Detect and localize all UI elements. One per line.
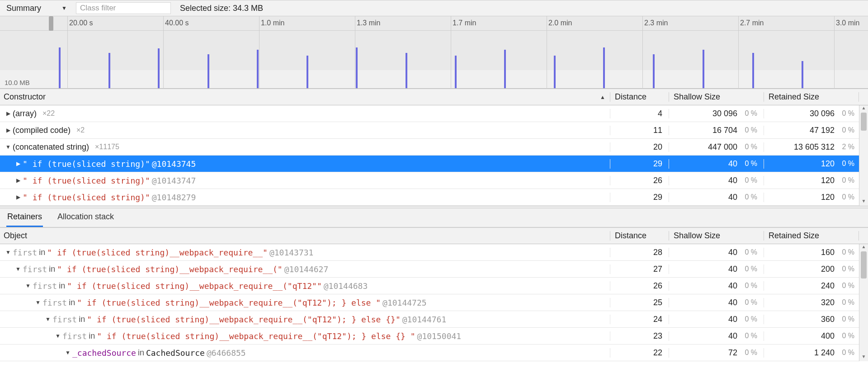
table-row[interactable]: ▶" if (true(sliced string)" @10148279294… <box>0 189 859 206</box>
timeline-tick-label: 2.0 min <box>548 19 572 27</box>
allocation-bar[interactable] <box>356 47 358 88</box>
selected-size-label: Selected size: 34.3 MB <box>180 4 263 13</box>
timeline-tick-label: 20.00 s <box>69 19 93 27</box>
object-cell: ▼first in " if (true(sliced string)__web… <box>0 331 610 341</box>
object-cell: ▼first in " if (true(sliced string)__web… <box>0 315 610 324</box>
timeline-tick <box>163 16 164 89</box>
timeline-tick-label: 1.3 min <box>357 19 380 27</box>
allocation-bar[interactable] <box>603 47 605 88</box>
disclosure-closed-icon[interactable]: ▶ <box>5 110 11 117</box>
table-row[interactable]: ▶" if (true(sliced string)" @10143745294… <box>0 156 859 172</box>
allocation-bar[interactable] <box>307 56 308 88</box>
constructor-cell: ▶" if (true(sliced string)" @10143745 <box>0 159 610 169</box>
disclosure-open-icon[interactable]: ▼ <box>65 349 71 356</box>
retainers-tabs: Retainers Allocation stack <box>0 208 868 227</box>
sort-asc-icon: ▲ <box>600 94 605 100</box>
constructors-header-row: Constructor ▲ Distance Shallow Size Reta… <box>0 89 868 105</box>
timeline-ruler: 20.00 s40.00 s1.0 min1.3 min1.7 min2.0 m… <box>0 16 868 31</box>
timeline-tick-label: 40.00 s <box>165 19 189 27</box>
timeline-tick <box>355 16 355 89</box>
timeline-tick <box>67 16 68 89</box>
disclosure-open-icon[interactable]: ▼ <box>15 266 21 272</box>
disclosure-closed-icon[interactable]: ▶ <box>15 161 21 167</box>
allocation-bar[interactable] <box>257 50 259 88</box>
constructor-cell: ▶" if (true(sliced string)" @10143747 <box>0 176 610 185</box>
object-cell: ▼_cachedSource in CachedSource @6466855 <box>0 348 610 358</box>
header-distance[interactable]: Distance <box>610 92 669 102</box>
object-cell: ▼first in " if (true(sliced string)__web… <box>0 248 610 257</box>
object-cell: ▼first in " if (true(sliced string)__web… <box>0 264 610 274</box>
disclosure-open-icon[interactable]: ▼ <box>35 299 41 306</box>
scrollbar[interactable]: ▲▼ <box>859 244 868 361</box>
header-distance[interactable]: Distance <box>610 231 669 241</box>
disclosure-open-icon[interactable]: ▼ <box>45 316 51 322</box>
timeline-tick <box>738 16 739 89</box>
disclosure-open-icon[interactable]: ▼ <box>55 333 61 339</box>
allocation-bar[interactable] <box>108 53 110 88</box>
tab-allocation-stack[interactable]: Allocation stack <box>57 208 115 227</box>
table-row[interactable]: ▼first in " if (true(sliced string)__web… <box>0 278 859 294</box>
allocation-bar[interactable] <box>455 56 457 88</box>
disclosure-closed-icon[interactable]: ▶ <box>15 194 21 200</box>
timeline-tick <box>451 16 451 89</box>
scrollbar[interactable]: ▲▼ <box>859 105 868 206</box>
disclosure-open-icon[interactable]: ▼ <box>5 249 11 255</box>
allocation-bar[interactable] <box>59 47 61 88</box>
table-row[interactable]: ▼_cachedSource in CachedSource @64668552… <box>0 345 859 361</box>
header-shallow-size[interactable]: Shallow Size <box>669 231 764 241</box>
table-row[interactable]: ▼first in " if (true(sliced string)__web… <box>0 328 859 345</box>
timeline-y-label: 10.0 MB <box>5 79 30 86</box>
table-row[interactable]: ▶" if (true(sliced string)" @10143747264… <box>0 172 859 189</box>
allocation-bar[interactable] <box>208 54 209 88</box>
header-shallow-size[interactable]: Shallow Size <box>669 92 764 102</box>
allocation-bar[interactable] <box>406 53 407 88</box>
class-filter-input[interactable]: Class filter <box>76 2 171 14</box>
constructor-cell: ▶(array) ×22 <box>0 109 610 118</box>
object-cell: ▼first in " if (true(sliced string)__web… <box>0 281 610 291</box>
table-row[interactable]: ▼(concatenated string) ×1117520447 0000 … <box>0 139 859 156</box>
timeline-tick-label: 2.7 min <box>740 19 764 27</box>
header-constructor[interactable]: Constructor ▲ <box>0 92 610 102</box>
timeline-selection-handle[interactable] <box>49 16 53 31</box>
disclosure-open-icon[interactable]: ▼ <box>5 144 11 150</box>
timeline-tick-label: 3.0 min <box>836 19 859 27</box>
timeline-tick-label: 1.7 min <box>453 19 476 27</box>
tab-retainers[interactable]: Retainers <box>6 208 43 227</box>
table-row[interactable]: ▶(array) ×22430 0960 %30 0960 % <box>0 105 859 122</box>
table-row[interactable]: ▶(compiled code) ×21116 7040 %47 1920 % <box>0 122 859 139</box>
table-row[interactable]: ▼first in " if (true(sliced string)__web… <box>0 311 859 328</box>
allocation-bar[interactable] <box>802 61 803 88</box>
retainers-table: Object Distance Shallow Size Retained Si… <box>0 227 868 361</box>
allocation-bar[interactable] <box>158 48 160 88</box>
view-mode-dropdown[interactable]: Summary ▼ <box>4 4 70 13</box>
constructor-cell: ▶" if (true(sliced string)" @10148279 <box>0 193 610 202</box>
allocation-bar[interactable] <box>752 53 754 88</box>
disclosure-closed-icon[interactable]: ▶ <box>5 127 11 133</box>
table-row[interactable]: ▼first in " if (true(sliced string)__web… <box>0 294 859 311</box>
timeline-tick <box>834 16 835 89</box>
table-row[interactable]: ▼first in " if (true(sliced string)__web… <box>0 261 859 278</box>
chevron-down-icon: ▼ <box>61 5 67 11</box>
allocation-bar[interactable] <box>504 50 506 88</box>
disclosure-closed-icon[interactable]: ▶ <box>15 177 21 184</box>
view-mode-label: Summary <box>6 4 41 13</box>
object-cell: ▼first in " if (true(sliced string)__web… <box>0 298 610 307</box>
allocation-bar[interactable] <box>653 54 655 88</box>
header-retained-size[interactable]: Retained Size <box>764 231 859 241</box>
timeline-body[interactable]: 10.0 MB <box>0 31 868 88</box>
constructors-table: Constructor ▲ Distance Shallow Size Reta… <box>0 89 868 206</box>
timeline-baseline <box>0 70 868 88</box>
allocation-bar[interactable] <box>554 56 556 88</box>
timeline-tick <box>259 16 259 89</box>
table-row[interactable]: ▼first in " if (true(sliced string)__web… <box>0 244 859 261</box>
disclosure-open-icon[interactable]: ▼ <box>25 283 31 289</box>
allocation-bar[interactable] <box>703 50 704 88</box>
timeline-tick <box>547 16 547 89</box>
header-retained-size[interactable]: Retained Size <box>764 92 859 102</box>
timeline-tick-label: 2.3 min <box>644 19 668 27</box>
retainers-header-row: Object Distance Shallow Size Retained Si… <box>0 227 868 244</box>
allocation-timeline[interactable]: 20.00 s40.00 s1.0 min1.3 min1.7 min2.0 m… <box>0 16 868 89</box>
constructor-cell: ▼(concatenated string) ×11175 <box>0 142 610 152</box>
class-filter-placeholder: Class filter <box>80 4 116 13</box>
header-object[interactable]: Object <box>0 231 610 241</box>
